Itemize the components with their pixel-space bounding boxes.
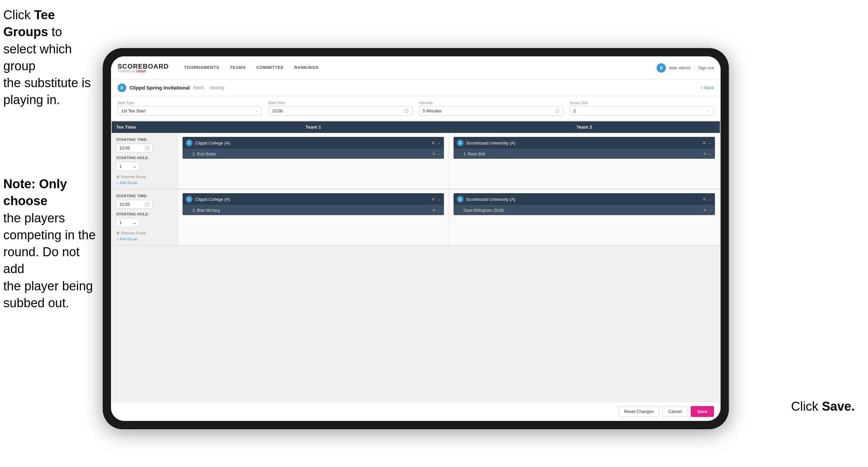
intervals-group: Intervals 5 Minutes 🕐 — [419, 101, 563, 116]
team1-icon-2: C — [186, 196, 192, 203]
event-badge: B — [118, 84, 126, 92]
team1-col-2: C Clippd College (A) ✕ ⌄ — [178, 190, 449, 245]
team2-name-1: Scoreboard University (A) — [466, 141, 700, 146]
user-avatar: B — [657, 63, 666, 72]
annotation-tee-groups-bold: Tee Groups — [3, 8, 55, 39]
player-expand-2-1[interactable]: ⌄ — [709, 152, 712, 156]
logo-scoreboard: SCOREBOARD — [118, 63, 168, 69]
starting-hole-input-2[interactable]: 1 ⌄ — [116, 218, 140, 227]
team2-icon-1: S — [457, 140, 464, 146]
team2-col-2: S Scoreboard University (A) ✕ ⌄ — [449, 190, 720, 245]
settings-row: Start Type 1st Tee Start ⌄ Start Time 10… — [111, 96, 720, 121]
player-row-1-1: 1. Rich Butler ✕ ⌄ — [183, 149, 444, 159]
start-time-label: Start Time — [268, 101, 412, 105]
team1-expand-btn-1[interactable]: ⌄ — [437, 141, 441, 145]
add-group-btn-2[interactable]: + Add Group — [116, 237, 173, 241]
remove-group-btn-2[interactable]: 🗑 Remove Group — [116, 231, 173, 235]
event-name: Clippd Spring Invitational — [129, 85, 190, 90]
tee-group-row-2: STARTING TIME: 10:05 🕐 STARTING HOLE: 1 … — [112, 190, 720, 245]
group-size-group: Group Size 2 ⌄ — [570, 101, 714, 116]
table-header: Tee Time Team 1 Team 2 — [112, 121, 720, 133]
team1-remove-btn-2[interactable]: ✕ — [431, 197, 435, 202]
intervals-input[interactable]: 5 Minutes 🕐 — [419, 106, 563, 116]
th-team1: Team 1 — [178, 121, 449, 133]
annotation-bottom-left: Note: Only choose the players competing … — [3, 176, 96, 312]
th-team2: Team 2 — [449, 121, 720, 133]
tablet-frame: SCOREBOARD Powered by clippd TOURNAMENTS… — [103, 48, 729, 429]
th-tee-time: Tee Time — [112, 121, 178, 133]
save-button[interactable]: Save — [691, 406, 714, 417]
team1-card-2: C Clippd College (A) ✕ ⌄ — [183, 193, 444, 215]
team1-remove-btn-1[interactable]: ✕ — [431, 140, 435, 146]
team1-actions-1: ✕ ⌄ — [431, 140, 441, 146]
group-size-label: Group Size — [570, 101, 714, 105]
starting-time-input-2[interactable]: 10:05 🕐 — [116, 200, 153, 209]
start-type-label: Start Type — [118, 101, 262, 105]
tee-time-col-2: STARTING TIME: 10:05 🕐 STARTING HOLE: 1 … — [112, 190, 178, 245]
player-expand-2-2[interactable]: ⌄ — [709, 208, 712, 212]
team1-icon-1: C — [186, 140, 192, 146]
team2-card-1: S Scoreboard University (A) ✕ ⌄ — [454, 137, 715, 159]
player-remove-2-2[interactable]: ✕ — [703, 208, 707, 213]
annotation-top-left: Click Tee Groups to select which group t… — [3, 7, 96, 109]
reset-changes-button[interactable]: Reset Changes — [619, 406, 660, 417]
start-time-group: Start Time 10:00 🕐 — [268, 101, 412, 116]
player-expand-1-1[interactable]: ⌄ — [438, 152, 441, 156]
annotation-note-bold: Note: Only choose — [3, 177, 67, 208]
player-name-2-1: 1. Rees Britt — [464, 152, 701, 156]
nav-links: TOURNAMENTS TEAMS COMMITTEE RANKINGS — [179, 56, 657, 80]
player-name-1-1: 1. Rich Butler — [192, 152, 430, 156]
nav-tournaments[interactable]: TOURNAMENTS — [179, 56, 224, 80]
player-row-2-2: Dave Billingham (SUB) ✕ ⌄ — [454, 205, 715, 215]
group-size-input[interactable]: 2 ⌄ — [570, 106, 714, 116]
intervals-label: Intervals — [419, 101, 563, 105]
sign-out-link[interactable]: Sign out — [698, 65, 714, 70]
starting-hole-label-1: STARTING HOLE: — [116, 156, 173, 160]
team1-name-1: Clippd College (A) — [195, 141, 429, 146]
nav-committee[interactable]: COMMITTEE — [251, 56, 289, 80]
tee-time-col-1: STARTING TIME: 10:00 🕐 STARTING HOLE: 1 … — [112, 134, 178, 188]
back-button[interactable]: < Back — [701, 85, 714, 90]
player-name-1-2: 2. Blair McHarg — [192, 208, 430, 213]
starting-time-input-1[interactable]: 10:00 🕐 — [116, 144, 153, 152]
cancel-button[interactable]: Cancel — [662, 406, 687, 417]
player-expand-1-2[interactable]: ⌄ — [438, 208, 441, 212]
team1-expand-btn-2[interactable]: ⌄ — [437, 197, 441, 202]
player-row-1-2: 2. Blair McHarg ✕ ⌄ — [183, 205, 444, 215]
starting-hole-input-1[interactable]: 1 ⌄ — [116, 162, 140, 171]
remove-group-btn-1[interactable]: 🗑 Remove Group — [116, 175, 173, 179]
team2-card-2: S Scoreboard University (A) ✕ ⌄ — [454, 193, 715, 215]
team1-actions-2: ✕ ⌄ — [431, 197, 441, 202]
sub-header: B Clippd Spring Invitational (Men) Hosti… — [111, 80, 720, 96]
player-remove-1-1[interactable]: ✕ — [432, 151, 436, 156]
team2-expand-btn-1[interactable]: ⌄ — [708, 141, 712, 145]
team2-col-1: S Scoreboard University (A) ✕ ⌄ — [449, 134, 720, 188]
nav-divider: | — [694, 65, 695, 70]
user-name: blair admin — [669, 65, 690, 70]
start-time-input[interactable]: 10:00 🕐 — [268, 106, 412, 116]
tee-group-row: STARTING TIME: 10:00 🕐 STARTING HOLE: 1 … — [112, 134, 720, 189]
player-remove-2-1[interactable]: ✕ — [703, 151, 707, 156]
add-group-btn-1[interactable]: + Add Group — [116, 181, 173, 185]
starting-time-label-2: STARTING TIME: — [116, 194, 173, 198]
start-type-input[interactable]: 1st Tee Start ⌄ — [118, 106, 262, 116]
team2-name-2: Scoreboard University (A) — [466, 197, 700, 202]
team2-remove-btn-2[interactable]: ✕ — [702, 197, 706, 202]
start-type-group: Start Type 1st Tee Start ⌄ — [118, 101, 262, 116]
starting-time-label-1: STARTING TIME: — [116, 138, 173, 142]
team2-header-2: S Scoreboard University (A) ✕ ⌄ — [454, 193, 715, 205]
team2-expand-btn-2[interactable]: ⌄ — [708, 197, 712, 202]
starting-hole-label-2: STARTING HOLE: — [116, 212, 173, 216]
team1-col-1: C Clippd College (A) ✕ ⌄ — [178, 134, 449, 188]
main-content: Tee Time Team 1 Team 2 — [111, 121, 720, 402]
team1-name-2: Clippd College (A) — [195, 197, 429, 202]
player-remove-1-2[interactable]: ✕ — [432, 208, 436, 213]
event-gender: (Men) — [193, 85, 205, 90]
nav-teams[interactable]: TEAMS — [225, 56, 251, 80]
tee-table: Tee Time Team 1 Team 2 — [111, 121, 720, 246]
player-name-2-2: Dave Billingham (SUB) — [464, 208, 701, 213]
nav-right: B blair admin | Sign out — [657, 63, 714, 72]
nav-rankings[interactable]: RANKINGS — [289, 56, 324, 80]
logo-powered: Powered by clippd — [118, 69, 168, 73]
team2-remove-btn-1[interactable]: ✕ — [702, 140, 706, 146]
